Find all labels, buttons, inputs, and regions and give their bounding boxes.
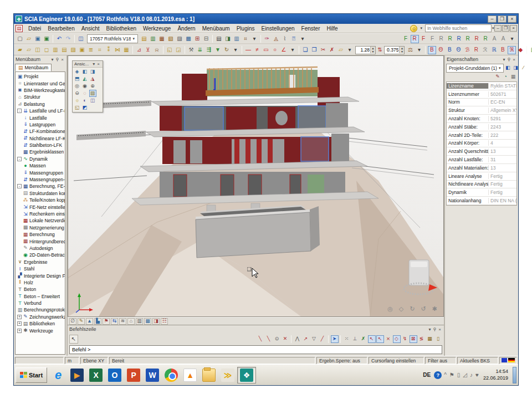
member-icon[interactable]: ▱	[25, 46, 33, 54]
tree-item-teile-knoten-koppel[interactable]: ⁂Teile/Knoten koppel	[16, 197, 65, 203]
tree-item-belastung[interactable]: ⊿Belastung	[16, 101, 65, 108]
menu-einstellungen[interactable]: Einstellungen	[258, 25, 298, 32]
tree-item-fe-netz-einstellen[interactable]: ⇲FE-Netz einstellen	[16, 203, 65, 210]
tree-item-beton-erweitert[interactable]: TBeton – Erweitert	[16, 293, 65, 300]
property-row-dynamik[interactable]: DynamikFertig	[447, 188, 516, 197]
tree-item-bibliotheken[interactable]: +▤Bibliotheken	[16, 320, 65, 327]
results-deform-icon[interactable]: F	[402, 35, 410, 43]
strip-section-icon[interactable]: ☷	[161, 318, 168, 325]
snap-ref-icon[interactable]: ≶	[418, 335, 426, 343]
tree-expander-icon[interactable]: -	[17, 157, 22, 161]
close-button[interactable]: ×	[508, 16, 516, 23]
snap-near-icon[interactable]: ⊠	[410, 335, 417, 343]
load-panel-icon[interactable]: ▦	[122, 46, 131, 54]
snap-circle-icon[interactable]: ⊙	[273, 335, 281, 343]
tree-item-werkzeuge[interactable]: +✱Werkzeuge	[16, 327, 65, 334]
document-viewer-icon[interactable]: ▥	[233, 35, 241, 43]
mdi-restore-button[interactable]: ❐	[502, 25, 509, 32]
prop-pie-icon[interactable]: ◔	[502, 73, 509, 80]
tray-volume-icon[interactable]: ♪	[470, 372, 473, 378]
modify-tool-icon[interactable]: ✗	[328, 46, 336, 54]
section-b1-icon[interactable]: B	[428, 46, 436, 54]
results-3d-icon[interactable]: R	[437, 35, 446, 43]
tree-expander-icon[interactable]: +	[17, 321, 22, 326]
tool-more-icon[interactable]: ▾	[346, 46, 354, 54]
snap-table-icon[interactable]: ▦	[426, 335, 434, 343]
spinner-down-icon[interactable]: ▼	[371, 50, 375, 53]
tree-item-linienraster-und-gescho[interactable]: ⌗Linienraster und Gescho	[16, 80, 65, 86]
strip-texture-icon[interactable]: ▩	[144, 318, 151, 325]
tray-device-icon[interactable]: ▯	[457, 372, 461, 378]
foundation-icon[interactable]: ◲	[175, 46, 183, 54]
strip-half-icon[interactable]: ◨	[152, 318, 160, 325]
menu-werkzeuge[interactable]: Werkzeuge	[140, 25, 174, 32]
show-desktop-button[interactable]	[513, 367, 516, 383]
tree-expander-icon[interactable]: +	[17, 315, 22, 319]
section-diamond-icon[interactable]: ◆	[516, 46, 525, 54]
calculator-icon[interactable]: ⌗	[242, 35, 250, 43]
engineering-report-icon[interactable]: ⊞	[193, 35, 202, 43]
snap-perp-icon[interactable]: ▽	[310, 335, 318, 343]
rowA-more2-icon[interactable]: ▾	[299, 35, 307, 43]
project-combo[interactable]: 17057 Rothfels V18.l ▾	[87, 34, 138, 43]
tree-item-stahl[interactable]: IStahl	[16, 265, 65, 272]
panel-pin-icon[interactable]: ⚲	[506, 57, 511, 62]
snap-mid-icon[interactable]: ✗	[360, 335, 367, 343]
tree-item-strukturdaten-kontr[interactable]: ▤Strukturdaten kontr	[16, 190, 65, 197]
restore-button[interactable]: ❐	[498, 16, 507, 23]
new-icon[interactable]: ▢	[16, 35, 24, 43]
truss-icon[interactable]: ⋈	[114, 46, 122, 54]
tray-flag-icon[interactable]: ⚑	[449, 372, 454, 378]
help-smiley-icon[interactable]: ☺	[410, 25, 417, 32]
window-cascade-icon[interactable]: ❏	[301, 46, 310, 54]
snap-cursor-icon[interactable]: ➤	[331, 335, 339, 343]
panel-pin-icon[interactable]: ⚲	[432, 327, 437, 332]
results-stress-icon[interactable]: F	[420, 35, 428, 43]
load-more-icon[interactable]: ▾	[232, 46, 240, 54]
start-button[interactable]: Start	[16, 367, 47, 383]
rowA-more-icon[interactable]: ▾	[250, 35, 259, 43]
menu-ändern[interactable]: Ändern	[174, 25, 198, 32]
moment-load-icon[interactable]: ↻	[223, 46, 231, 54]
results-reactions-icon[interactable]: F	[428, 35, 437, 43]
taskbar-powerpoint-icon[interactable]: P	[124, 367, 143, 383]
property-row-anzahl-knoten[interactable]: Anzahl Knoten:5291	[447, 115, 516, 123]
cross-link-icon[interactable]: ⁑	[105, 46, 113, 54]
menu-menübaum[interactable]: Menübaum	[199, 25, 233, 32]
section-b6-icon[interactable]: R	[472, 46, 480, 54]
strip-chart-icon[interactable]: ▙	[94, 318, 101, 325]
section-b4-icon[interactable]: Θ	[454, 46, 463, 54]
nav-orbit-down-icon[interactable]: ↻	[408, 305, 417, 313]
support-hinged-icon[interactable]: ⊻	[144, 46, 152, 54]
panel-close-icon[interactable]: ×	[511, 57, 516, 62]
view-iso-icon[interactable]: ◈	[74, 68, 81, 75]
prop-filter-icon[interactable]: ◧	[504, 64, 511, 71]
scale-factor-spinner[interactable]: ▲▼	[384, 46, 405, 54]
rib-icon[interactable]: ≣	[87, 46, 95, 54]
taskbar-vlc-icon[interactable]: ▲	[181, 367, 200, 383]
view-perspective-icon[interactable]: ◮	[89, 75, 96, 83]
menu-plugins[interactable]: Plugins	[233, 25, 258, 32]
tree-item-ergebnisse[interactable]: ∨Ergebnisse	[16, 259, 65, 265]
gallery-drawings-icon[interactable]: ▥	[149, 35, 157, 43]
support-fixed-icon[interactable]: ⊿	[135, 46, 144, 54]
save-icon[interactable]: ▣	[34, 35, 42, 43]
info-icon[interactable]: ⍰	[290, 35, 298, 43]
nav-settings-icon[interactable]: ✱	[431, 305, 439, 313]
view-axo-icon[interactable]: ◭	[81, 75, 89, 83]
column-icon[interactable]: ◻	[43, 46, 51, 54]
panel-pin-icon[interactable]: ⚲	[54, 57, 60, 62]
mdi-close-button[interactable]: ×	[510, 25, 517, 32]
menu-bibliotheken[interactable]: Bibliotheken	[103, 25, 140, 32]
snap-grid-icon[interactable]: ⁙	[343, 335, 351, 343]
light-icon[interactable]: ☼	[74, 97, 81, 104]
tree-item-lokale-netzverdicht[interactable]: ▦Lokale Netzverdicht.	[16, 217, 65, 224]
zoom-in-icon[interactable]: ⊕	[89, 83, 96, 90]
section-b7-icon[interactable]: ℛ	[481, 46, 489, 54]
property-row-lineare-analyse[interactable]: Lineare AnalyseFertig	[447, 172, 516, 181]
tree-item-bim-werkzeugkasten[interactable]: ◙BIM-Werkzeugkasten	[16, 87, 65, 94]
results-more-icon[interactable]: ▾	[508, 35, 516, 43]
tree-item-zeichnungswerkzeuge[interactable]: +✎Zeichnungswerkzeuge	[16, 314, 65, 320]
status-ergebn-sperre-aus[interactable]: Ergebn.Sperre: aus	[316, 357, 367, 364]
nav-orbit-up-icon[interactable]: ↺	[420, 305, 428, 313]
